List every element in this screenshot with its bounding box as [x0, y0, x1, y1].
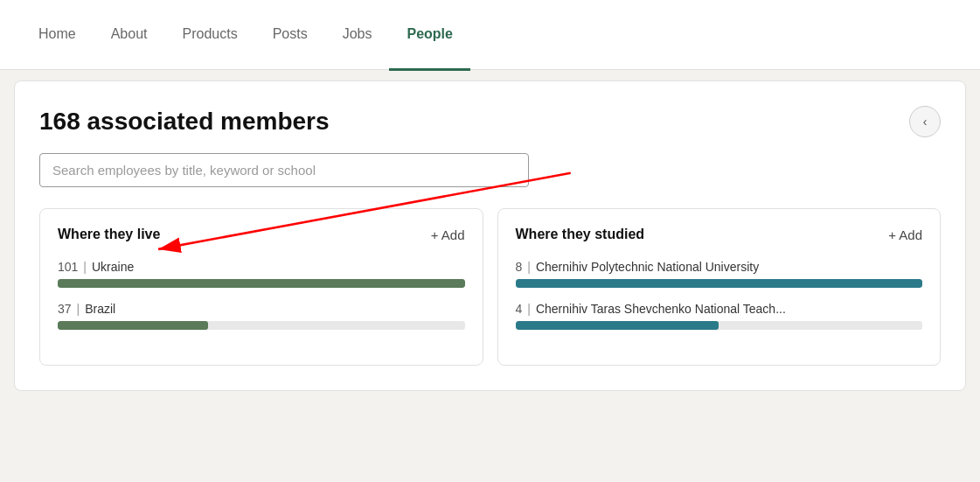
name-ukraine: Ukraine	[92, 260, 134, 274]
nav-home[interactable]: Home	[21, 1, 94, 71]
bar-fill-brazil	[58, 321, 208, 330]
list-item: 8 | Chernihiv Polytechnic National Unive…	[516, 260, 923, 288]
bar-fill-ukraine	[58, 279, 465, 288]
count-poly: 8	[516, 260, 523, 274]
bar-track-poly	[516, 279, 923, 288]
count-taras: 4	[516, 302, 523, 316]
cards-row: Where they live + Add 101 | Ukraine 37 |…	[39, 208, 941, 366]
name-brazil: Brazil	[85, 302, 115, 316]
top-nav: Home About Products Posts Jobs People	[0, 0, 980, 70]
nav-about[interactable]: About	[94, 1, 165, 71]
back-button[interactable]: ‹	[909, 106, 941, 137]
card-header-studied: Where they studied + Add	[516, 227, 923, 242]
bar-fill-poly	[516, 279, 923, 288]
card-header-live: Where they live + Add	[58, 227, 465, 242]
add-live-button[interactable]: + Add	[431, 227, 465, 242]
card-title-live: Where they live	[58, 227, 160, 242]
bar-track-ukraine	[58, 279, 465, 288]
members-header: 168 associated members ‹	[39, 106, 941, 137]
count-ukraine: 101	[58, 260, 78, 274]
bar-track-taras	[516, 321, 923, 330]
card-title-studied: Where they studied	[516, 227, 645, 242]
nav-people[interactable]: People	[389, 1, 469, 71]
where-they-studied-card: Where they studied + Add 8 | Chernihiv P…	[497, 208, 942, 366]
count-brazil: 37	[58, 302, 72, 316]
nav-jobs[interactable]: Jobs	[325, 1, 390, 71]
add-studied-button[interactable]: + Add	[888, 227, 922, 242]
main-content: 168 associated members ‹ Where they live…	[14, 80, 966, 391]
name-poly: Chernihiv Polytechnic National Universit…	[536, 260, 759, 274]
where-they-live-card: Where they live + Add 101 | Ukraine 37 |…	[39, 208, 483, 366]
bar-track-brazil	[58, 321, 465, 330]
nav-posts[interactable]: Posts	[255, 1, 325, 71]
employee-search-input[interactable]	[39, 153, 529, 187]
nav-products[interactable]: Products	[165, 1, 255, 71]
list-item: 4 | Chernihiv Taras Shevchenko National …	[516, 302, 923, 330]
list-item: 37 | Brazil	[58, 302, 465, 330]
list-item: 101 | Ukraine	[58, 260, 465, 288]
bar-fill-taras	[516, 321, 719, 330]
members-count: 168 associated members	[39, 108, 330, 136]
name-taras: Chernihiv Taras Shevchenko National Teac…	[536, 302, 786, 316]
